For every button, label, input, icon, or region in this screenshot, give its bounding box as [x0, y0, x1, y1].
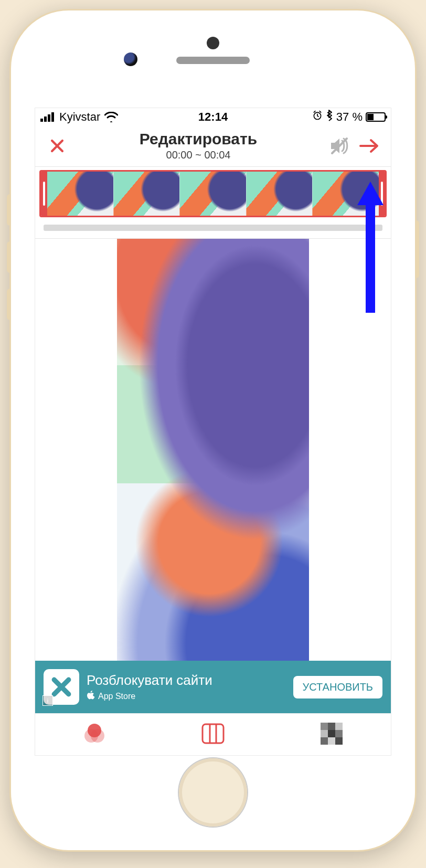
ad-store-label: App Store: [98, 692, 135, 701]
home-button[interactable]: [179, 758, 247, 827]
svg-rect-15: [321, 737, 328, 745]
signal-icon: [40, 112, 55, 122]
preview-area[interactable]: [35, 239, 391, 661]
alarm-icon: [312, 110, 323, 124]
tab-layout[interactable]: [154, 714, 272, 755]
ad-title: Розблокувати сайти: [87, 672, 286, 689]
proximity-sensor: [207, 37, 219, 49]
layout-icon: [201, 723, 225, 746]
svg-rect-17: [335, 737, 343, 745]
bottom-tabbar: [35, 713, 391, 755]
ad-text: Розблокувати сайти App Store: [87, 672, 286, 702]
status-right: 37 %: [228, 110, 386, 124]
battery-percent: 37 %: [336, 110, 363, 124]
editor-header: Редактировать 00:00 ~ 00:04: [35, 126, 391, 167]
svg-rect-11: [335, 723, 343, 730]
ad-install-button[interactable]: УСТАНОВИТЬ: [293, 676, 382, 698]
next-button[interactable]: [354, 138, 384, 154]
screen: Kyivstar 12:14 37 %: [35, 108, 391, 756]
timeline-frame: [247, 172, 313, 216]
apple-logo-icon: [87, 691, 95, 702]
svg-rect-14: [335, 730, 343, 737]
timeline-frames[interactable]: [47, 172, 379, 216]
svg-rect-16: [328, 737, 335, 745]
phone-frame: Kyivstar 12:14 37 %: [11, 10, 415, 850]
ad-banner[interactable]: i Розблокувати сайти App Store УСТАНОВИТ…: [35, 661, 391, 713]
timeline-frame: [114, 172, 180, 216]
battery-icon: [366, 112, 386, 122]
scrub-thumb[interactable]: [370, 222, 373, 234]
wifi-icon: [104, 112, 118, 122]
timeline-frame: [47, 172, 114, 216]
clock: 12:14: [198, 110, 228, 124]
page-title: Редактировать: [72, 130, 325, 148]
speaker-grill: [176, 57, 250, 64]
svg-rect-10: [328, 723, 335, 730]
svg-rect-1: [44, 117, 47, 122]
close-button[interactable]: [42, 137, 72, 155]
ad-app-icon: i: [44, 669, 79, 705]
front-camera: [124, 52, 137, 66]
ad-info-badge[interactable]: i: [42, 695, 53, 706]
svg-point-7: [88, 724, 101, 737]
status-left: Kyivstar: [40, 110, 198, 124]
header-title-block: Редактировать 00:00 ~ 00:04: [72, 130, 325, 161]
scrub-slider[interactable]: [44, 225, 382, 231]
timeline-frame: [180, 172, 247, 216]
svg-rect-0: [40, 119, 43, 122]
tab-filters[interactable]: [35, 714, 154, 755]
pixelate-icon: [321, 723, 343, 747]
bluetooth-icon: [326, 110, 333, 124]
carrier-label: Kyivstar: [59, 110, 100, 124]
status-bar: Kyivstar 12:14 37 %: [35, 108, 391, 126]
filters-icon: [82, 723, 106, 746]
preview-image: [117, 239, 309, 661]
timeline-section: [35, 167, 391, 238]
trim-handle-right[interactable]: [379, 172, 385, 216]
svg-rect-2: [48, 114, 50, 122]
trim-handle-left[interactable]: [41, 172, 47, 216]
svg-rect-8: [203, 724, 223, 743]
svg-rect-13: [328, 730, 335, 737]
ad-store: App Store: [87, 691, 286, 702]
mute-button[interactable]: [325, 136, 354, 155]
svg-rect-3: [51, 112, 54, 122]
trim-timeline[interactable]: [39, 170, 387, 217]
svg-rect-9: [321, 723, 328, 730]
timeline-frame: [313, 172, 379, 216]
tab-pixelate[interactable]: [272, 714, 391, 755]
svg-rect-12: [321, 730, 328, 737]
time-range: 00:00 ~ 00:04: [72, 149, 325, 161]
